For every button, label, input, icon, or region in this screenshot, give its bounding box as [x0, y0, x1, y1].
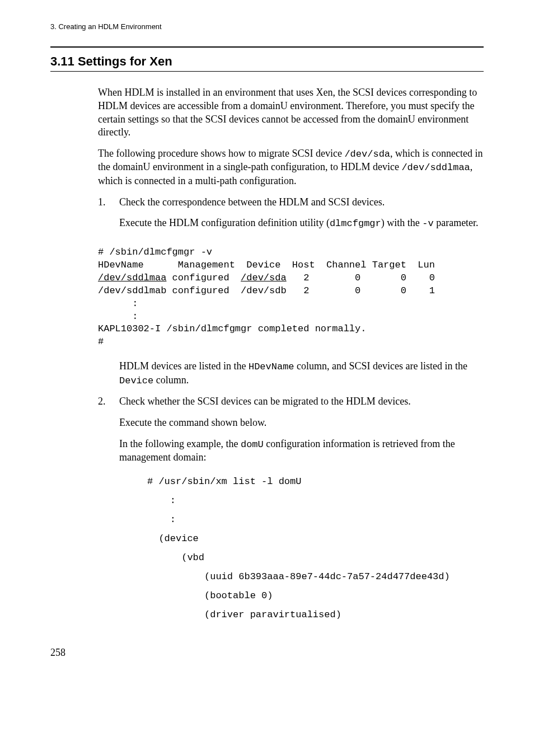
code-line: :	[147, 514, 176, 525]
text: In the following example, the	[119, 438, 241, 449]
text: HDLM devices are listed in the	[119, 360, 249, 372]
text: ) with the	[381, 217, 423, 228]
code-text: 2 0 0 0	[287, 273, 435, 283]
code-line: :	[98, 311, 138, 322]
text: parameter.	[434, 217, 479, 228]
code-line: /dev/sddlmab configured /dev/sdb 2 0 0 1	[98, 285, 435, 296]
rule-under-heading	[50, 71, 484, 72]
inline-code: /dev/sddlmaa	[401, 162, 470, 173]
paragraph-after-code: HDLM devices are listed in the HDevName …	[119, 360, 484, 387]
inline-code: domU	[241, 439, 264, 450]
code-underline: /dev/sddlmaa	[98, 273, 166, 283]
code-line: # /usr/sbin/xm list -l domU	[147, 476, 301, 487]
running-header: 3. Creating an HDLM Environment	[50, 22, 484, 31]
page-number: 258	[50, 647, 484, 659]
code-block-dlmcfgmgr: # /sbin/dlmcfgmgr -v HDevName Management…	[98, 246, 484, 349]
text: column.	[153, 374, 189, 386]
text: Execute the HDLM configuration definitio…	[119, 217, 330, 228]
step-number: 1.	[98, 196, 119, 238]
paragraph-procedure-intro: The following procedure shows how to mig…	[98, 147, 484, 188]
code-line: #	[98, 336, 104, 347]
inline-code: Device	[119, 375, 153, 386]
inline-code: dlmcfgmgr	[330, 218, 381, 229]
code-line: (vbd	[147, 552, 204, 563]
code-line: (device	[147, 533, 199, 544]
step-body: Check the correspondence between the HDL…	[119, 196, 484, 238]
inline-code: -v	[422, 218, 433, 229]
section-heading: 3.11 Settings for Xen	[50, 54, 484, 69]
code-line: (uuid 6b393aaa-89e7-44dc-7a57-24d477dee4…	[147, 571, 450, 582]
step-sub: Execute the HDLM configuration definitio…	[119, 217, 484, 230]
code-line: (driver paravirtualised)	[147, 609, 341, 620]
step-title: Check the correspondence between the HDL…	[119, 196, 484, 209]
step-number: 2.	[98, 395, 119, 624]
page: 3. Creating an HDLM Environment 3.11 Set…	[0, 0, 534, 675]
text: The following procedure shows how to mig…	[98, 148, 344, 159]
step-title: Check whether the SCSI devices can be mi…	[119, 395, 484, 408]
code-line: KAPL10302-I /sbin/dlmcfgmgr completed no…	[98, 323, 366, 334]
paragraph-intro: When HDLM is installed in an environment…	[98, 86, 484, 139]
inline-code: HDevName	[249, 361, 294, 372]
rule-top	[50, 46, 484, 48]
inline-code: /dev/sda	[344, 149, 390, 159]
step-body: Check whether the SCSI devices can be mi…	[119, 395, 484, 624]
code-text: configured	[166, 273, 241, 283]
code-underline: /dev/sda	[241, 273, 287, 283]
code-line: (bootable 0)	[147, 590, 273, 601]
step-sub: Execute the command shown below.	[119, 416, 484, 430]
code-block-xm-list: # /usr/sbin/xm list -l domU : : (device …	[147, 472, 484, 624]
step1-after: HDLM devices are listed in the HDevName …	[119, 360, 484, 387]
body: When HDLM is installed in an environment…	[98, 86, 484, 624]
step-1: 1. Check the correspondence between the …	[98, 196, 484, 238]
code-line: :	[98, 298, 138, 309]
code-line: HDevName Management Device Host Channel …	[98, 260, 435, 270]
code-line: :	[147, 495, 176, 506]
code-line: # /sbin/dlmcfgmgr -v	[98, 247, 212, 257]
text: column, and SCSI devices are listed in t…	[294, 360, 467, 372]
step-2: 2. Check whether the SCSI devices can be…	[98, 395, 484, 624]
step-sub: In the following example, the domU confi…	[119, 438, 484, 464]
